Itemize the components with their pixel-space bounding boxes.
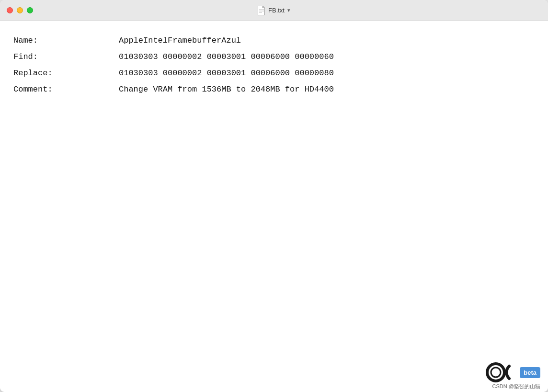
traffic-lights [7, 7, 33, 13]
value-name: AppleIntelFramebufferAzul [119, 33, 241, 49]
titlebar-center: FB.txt ▾ [258, 6, 290, 15]
window-title: FB.txt [268, 7, 285, 14]
line-find: Find:01030303 00000002 00003001 00006000… [13, 49, 535, 65]
close-button[interactable] [7, 7, 13, 13]
label-name: Name: [13, 33, 119, 49]
svg-point-3 [487, 364, 504, 381]
minimize-button[interactable] [17, 7, 23, 13]
app-window: FB.txt ▾ Name:AppleIntelFramebufferAzul … [0, 0, 548, 392]
titlebar: FB.txt ▾ [0, 0, 548, 21]
file-icon [258, 6, 265, 15]
line-replace: Replace:01030303 00000002 00003001 00006… [13, 65, 535, 81]
watermark: beta [481, 360, 540, 384]
csdn-watermark: CSDN @坚强的山猫 [492, 383, 540, 390]
value-find: 01030303 00000002 00003001 00006000 0000… [119, 49, 334, 65]
oc-logo-icon [481, 360, 520, 384]
line-comment: Comment:Change VRAM from 1536MB to 2048M… [13, 81, 535, 98]
maximize-button[interactable] [27, 7, 33, 13]
file-content[interactable]: Name:AppleIntelFramebufferAzul Find:0103… [0, 21, 548, 392]
label-comment: Comment: [13, 81, 119, 98]
title-chevron[interactable]: ▾ [287, 7, 290, 13]
value-comment: Change VRAM from 1536MB to 2048MB for HD… [119, 81, 334, 98]
svg-point-4 [491, 368, 501, 377]
label-find: Find: [13, 49, 119, 65]
label-replace: Replace: [13, 65, 119, 81]
beta-badge: beta [520, 367, 540, 378]
line-name: Name:AppleIntelFramebufferAzul [13, 33, 535, 49]
value-replace: 01030303 00000002 00003001 00006000 0000… [119, 65, 334, 81]
